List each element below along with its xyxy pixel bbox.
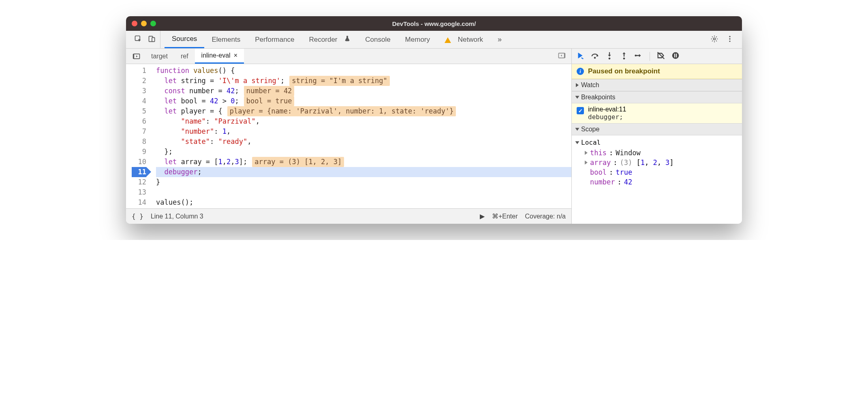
tab-performance[interactable]: Performance	[248, 31, 301, 48]
breakpoint-item[interactable]: inline-eval:11 debugger;	[572, 103, 742, 123]
svg-point-5	[729, 38, 730, 39]
device-toolbar-icon[interactable]	[148, 35, 156, 45]
inspect-element-icon[interactable]	[134, 35, 142, 45]
file-tabbar: target ref inline-eval ×	[126, 49, 571, 64]
maximize-window-button[interactable]	[150, 21, 156, 26]
more-tabs-button[interactable]: »	[490, 31, 507, 48]
code-line[interactable]: debugger;	[156, 167, 571, 177]
code-line[interactable]: }	[156, 177, 571, 187]
code-line[interactable]: "number": 1,	[156, 126, 571, 137]
line-number[interactable]: 1	[132, 66, 146, 76]
chevron-down-icon	[575, 96, 579, 99]
step-icon[interactable]	[634, 51, 643, 62]
pause-on-exceptions-icon[interactable]	[671, 51, 680, 62]
line-number[interactable]: 13	[132, 187, 146, 197]
scope-variable-row[interactable]: this: Window	[572, 148, 742, 158]
line-number[interactable]: 14	[132, 197, 146, 208]
line-number[interactable]: 2	[132, 76, 146, 86]
flask-icon	[344, 35, 351, 44]
debugger-toolbar	[572, 49, 742, 64]
line-number[interactable]: 11	[132, 167, 146, 177]
more-files-icon[interactable]	[558, 51, 566, 61]
code-line[interactable]: let bool = 42 > 0;bool = true	[156, 96, 571, 106]
code-line[interactable]: let string = 'I\'m a string';string = "I…	[156, 76, 571, 86]
svg-point-4	[729, 36, 730, 37]
breakpoints-pane-header[interactable]: Breakpoints	[572, 91, 742, 103]
panel-tabbar: Sources Elements Performance Recorder Co…	[126, 31, 742, 49]
close-file-icon[interactable]: ×	[234, 52, 237, 59]
debugger-sidebar: i Paused on breakpoint Watch Breakpoints…	[572, 49, 742, 224]
code-line[interactable]: };	[156, 147, 571, 157]
line-number[interactable]: 8	[132, 137, 146, 147]
tab-recorder[interactable]: Recorder	[302, 31, 358, 48]
code-line[interactable]: let player = {player = {name: 'Parzival'…	[156, 106, 571, 116]
minimize-window-button[interactable]	[141, 21, 147, 26]
breakpoint-location-label: inline-eval:11	[588, 106, 626, 113]
watch-pane-header[interactable]: Watch	[572, 79, 742, 91]
code-content[interactable]: function values() { let string = 'I\'m a…	[150, 64, 571, 208]
svg-rect-2	[152, 37, 155, 41]
line-number[interactable]: 3	[132, 86, 146, 96]
svg-point-6	[729, 41, 730, 42]
tab-sources[interactable]: Sources	[165, 31, 204, 48]
inline-value-hint: player = {name: 'Parzival', number: 1, s…	[227, 106, 456, 116]
scope-variable-row[interactable]: array: (3) [1, 2, 3]	[572, 158, 742, 167]
svg-point-12	[635, 54, 637, 56]
resume-icon[interactable]	[576, 51, 585, 62]
code-line[interactable]	[156, 187, 571, 197]
paused-banner: i Paused on breakpoint	[572, 64, 742, 79]
editor-statusbar: { } Line 11, Column 3 ▶ ⌘+Enter Coverage…	[126, 208, 571, 224]
breakpoint-code-preview: debugger;	[588, 113, 626, 121]
code-line[interactable]: const number = 42;number = 42	[156, 86, 571, 96]
scope-variable-row[interactable]: number: 42	[572, 177, 742, 187]
line-number[interactable]: 7	[132, 126, 146, 137]
tab-network[interactable]: Network	[437, 31, 490, 48]
svg-point-11	[623, 58, 625, 60]
line-number[interactable]: 4	[132, 96, 146, 106]
line-gutter[interactable]: 1234567891011121314	[126, 64, 150, 208]
code-line[interactable]: "name": "Parzival",	[156, 116, 571, 126]
inline-value-hint: array = (3) [1, 2, 3]	[252, 157, 344, 167]
paused-text: Paused on breakpoint	[588, 67, 660, 75]
titlebar: DevTools - www.google.com/	[126, 16, 742, 31]
tab-memory[interactable]: Memory	[398, 31, 437, 48]
step-out-icon[interactable]	[620, 51, 629, 62]
code-line[interactable]: "state": "ready",	[156, 137, 571, 147]
line-number[interactable]: 6	[132, 116, 146, 126]
info-icon: i	[577, 68, 584, 75]
svg-point-10	[609, 58, 611, 60]
code-line[interactable]: let array = [1,2,3];array = (3) [1, 2, 3…	[156, 157, 571, 167]
pretty-print-icon[interactable]: { }	[132, 212, 143, 220]
file-tab-inline-eval[interactable]: inline-eval ×	[195, 49, 244, 64]
scope-pane-header[interactable]: Scope	[572, 123, 742, 135]
run-shortcut-label: ⌘+Enter	[492, 212, 518, 220]
step-into-icon[interactable]	[605, 51, 614, 62]
tab-console[interactable]: Console	[358, 31, 398, 48]
run-snippet-icon[interactable]: ▶	[480, 212, 485, 220]
scope-variable-row[interactable]: bool: true	[572, 167, 742, 177]
line-number[interactable]: 12	[132, 177, 146, 187]
warning-icon	[445, 37, 451, 43]
line-number[interactable]: 9	[132, 147, 146, 157]
breakpoint-checkbox[interactable]	[577, 107, 584, 114]
line-number[interactable]: 5	[132, 106, 146, 116]
window-title: DevTools - www.google.com/	[126, 20, 742, 27]
code-line[interactable]: function values() {	[156, 66, 571, 76]
scope-local-header[interactable]: Local	[572, 137, 742, 148]
svg-rect-15	[676, 54, 677, 57]
navigator-toggle-icon[interactable]	[128, 49, 145, 64]
file-tab-target[interactable]: target	[145, 49, 174, 64]
line-number[interactable]: 10	[132, 157, 146, 167]
scope-content: Local this: Windowarray: (3) [1, 2, 3]bo…	[572, 135, 742, 188]
deactivate-breakpoints-icon[interactable]	[656, 51, 665, 62]
tab-elements[interactable]: Elements	[204, 31, 248, 48]
settings-gear-icon[interactable]	[710, 35, 718, 45]
code-editor[interactable]: 1234567891011121314 function values() { …	[126, 64, 571, 208]
step-over-icon[interactable]	[590, 51, 599, 62]
inline-value-hint: bool = true	[244, 96, 295, 106]
code-line[interactable]: values();	[156, 197, 571, 208]
file-tab-ref[interactable]: ref	[174, 49, 195, 64]
kebab-menu-icon[interactable]	[726, 35, 734, 45]
close-window-button[interactable]	[132, 21, 137, 26]
chevron-right-icon	[585, 151, 588, 155]
